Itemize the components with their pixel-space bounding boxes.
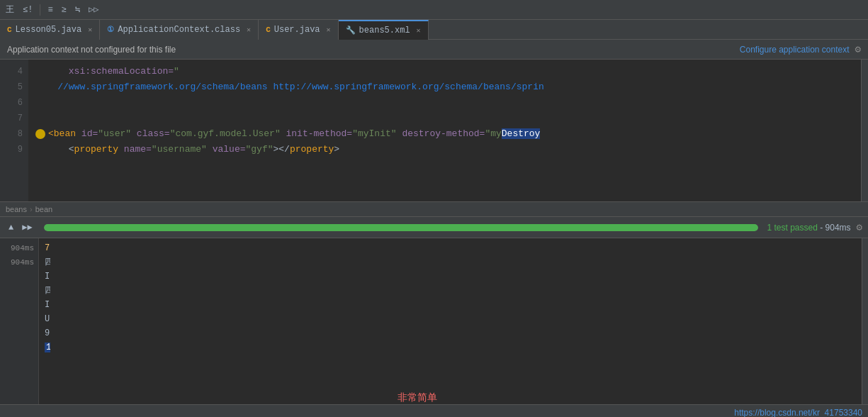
code-line-6 (35, 95, 861, 111)
line-num-9: 9 (6, 142, 23, 157)
toolbar-icon-3[interactable]: ≡ (45, 4, 55, 16)
tab-label-user: User.java (274, 25, 320, 35)
tab-close-beans5[interactable]: ✕ (417, 26, 421, 35)
tab-bar: C Lesson05.java ✕ ① ApplicationContext.c… (0, 20, 868, 40)
code-line-7 (35, 111, 861, 126)
lower-pane: ▲ ▶▶ 1 test passed - 904ms ⚙ 904ms 904ms… (0, 217, 868, 417)
tab-close-lesson05[interactable]: ✕ (88, 26, 92, 34)
line-num-6: 6 (6, 95, 23, 111)
code-line-5: //www.springframework.org/schema/beans h… (35, 79, 861, 95)
line-num-5: 5 (6, 79, 23, 95)
test-time: 904ms (825, 223, 851, 233)
tab-label-lesson05: Lesson05.java (16, 25, 82, 35)
test-toolbar: ▲ ▶▶ 1 test passed - 904ms ⚙ (0, 217, 868, 238)
test-gear-icon[interactable]: ⚙ (857, 221, 862, 233)
tab-user[interactable]: C User.java ✕ (259, 20, 338, 40)
status-bar: https://blog.csdn.net/kr_41753340 (0, 404, 868, 417)
toolbar-separator (40, 4, 40, 16)
toolbar-icon-1[interactable]: 王 (3, 2, 17, 17)
tab-close-appcontext[interactable]: ✕ (247, 26, 251, 34)
console-output: 7. 自定义的初始化方法... 四月 25, 2018 10:39:48 上午 … (39, 238, 50, 417)
notification-bar: Application context not configured for t… (0, 40, 868, 60)
class-icon: ① (107, 25, 114, 34)
test-progress-bar (44, 224, 759, 231)
console-area: 904ms 904ms 7. 自定义的初始化方法... 四月 25, 2018 … (0, 238, 868, 417)
breadcrumb-beans: beans (6, 205, 27, 213)
breadcrumb-separator: › (30, 205, 33, 213)
line-numbers: 4 5 6 7 8 9 (0, 60, 28, 201)
notification-gear-icon[interactable]: ⚙ (855, 43, 861, 55)
breadcrumb-bean: bean (35, 205, 52, 213)
console-timestamps: 904ms 904ms (0, 238, 39, 417)
tab-close-user[interactable]: ✕ (327, 26, 331, 34)
test-progress-fill (44, 224, 759, 231)
code-editor[interactable]: xsi:schemaLocation=" //www.springframewo… (28, 60, 861, 201)
test-down-btn[interactable]: ▶▶ (19, 221, 35, 234)
bean-init-icon (35, 129, 45, 139)
tab-label-beans5: beans5.xml (359, 26, 410, 35)
tab-appcontext[interactable]: ① ApplicationContext.class ✕ (100, 20, 259, 40)
notification-text: Application context not configured for t… (7, 45, 176, 55)
xml-icon: 🔧 (346, 26, 356, 35)
test-pass-count: 1 test passed (767, 223, 817, 233)
console-scrollbar[interactable] (862, 238, 868, 417)
toolbar-icon-4[interactable]: ≥ (59, 4, 69, 16)
toolbar-icon-5[interactable]: ≒ (72, 3, 83, 16)
top-toolbar: 王 ≤! ≡ ≥ ≒ ▷▷ (0, 0, 868, 20)
toolbar-icon-6[interactable]: ▷▷ (86, 3, 101, 16)
test-result-label: 1 test passed - 904ms (767, 223, 850, 233)
editor-area: 4 5 6 7 8 9 xsi:schemaLocation=" //www.s… (0, 60, 868, 201)
code-line-9: <property name="username" value="gyf"></… (35, 142, 861, 157)
line-num-7: 7 (6, 111, 23, 126)
test-up-btn[interactable]: ▲ (6, 221, 16, 234)
tab-beans5[interactable]: 🔧 beans5.xml ✕ (339, 20, 429, 40)
console-selected-text: 10. 自定义的 (45, 343, 50, 352)
configure-context-link[interactable]: Configure application context (740, 45, 850, 55)
annotation-text: 非常简单 (398, 391, 437, 404)
ts-2: 904ms (4, 255, 34, 269)
test-time-sep: - (820, 223, 825, 233)
breadcrumb: beans › bean (0, 201, 868, 217)
code-line-4: xsi:schemaLocation=" (35, 64, 861, 79)
java-icon: C (7, 26, 12, 34)
tab-lesson05[interactable]: C Lesson05.java ✕ (0, 20, 100, 40)
code-line-8: <bean id="user" class="com.gyf.model.Use… (35, 126, 861, 142)
ts-1: 904ms (4, 241, 34, 255)
java-icon-2: C (266, 26, 271, 34)
editor-scrollbar[interactable] (861, 60, 868, 201)
line-num-8: 8 (6, 126, 23, 142)
tab-label-appcontext: ApplicationContext.class (118, 25, 240, 35)
toolbar-icon-2[interactable]: ≤! (20, 4, 35, 16)
status-url[interactable]: https://blog.csdn.net/kr_41753340 (734, 408, 862, 418)
line-num-4: 4 (6, 64, 23, 79)
